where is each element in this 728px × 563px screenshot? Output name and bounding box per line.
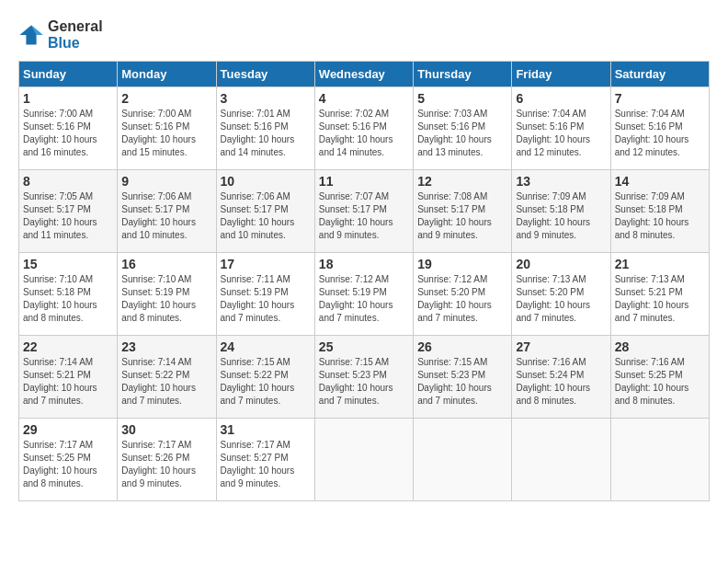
calendar-cell: 7Sunrise: 7:04 AM Sunset: 5:16 PM Daylig… xyxy=(610,87,709,170)
calendar-cell: 6Sunrise: 7:04 AM Sunset: 5:16 PM Daylig… xyxy=(512,87,610,170)
day-number: 7 xyxy=(615,91,705,106)
day-info: Sunrise: 7:04 AM Sunset: 5:16 PM Dayligh… xyxy=(615,108,705,159)
day-number: 18 xyxy=(319,257,409,271)
day-number: 30 xyxy=(121,422,211,437)
calendar-table: SundayMondayTuesdayWednesdayThursdayFrid… xyxy=(18,61,710,501)
day-info: Sunrise: 7:00 AM Sunset: 5:16 PM Dayligh… xyxy=(23,108,113,159)
calendar-week-1: 1Sunrise: 7:00 AM Sunset: 5:16 PM Daylig… xyxy=(19,87,710,170)
calendar-cell: 17Sunrise: 7:11 AM Sunset: 5:19 PM Dayli… xyxy=(216,253,314,336)
day-number: 16 xyxy=(121,257,211,271)
calendar-cell: 10Sunrise: 7:06 AM Sunset: 5:17 PM Dayli… xyxy=(216,170,314,253)
day-number: 29 xyxy=(23,422,113,437)
day-number: 6 xyxy=(516,91,606,106)
calendar-cell: 16Sunrise: 7:10 AM Sunset: 5:19 PM Dayli… xyxy=(118,253,216,336)
logo-text: General Blue xyxy=(48,18,103,52)
calendar-cell: 5Sunrise: 7:03 AM Sunset: 5:16 PM Daylig… xyxy=(414,87,512,170)
header-sunday: Sunday xyxy=(19,62,118,87)
day-info: Sunrise: 7:16 AM Sunset: 5:24 PM Dayligh… xyxy=(516,356,606,408)
calendar-cell: 4Sunrise: 7:02 AM Sunset: 5:16 PM Daylig… xyxy=(314,87,413,170)
day-number: 31 xyxy=(221,422,311,437)
day-number: 17 xyxy=(221,257,311,271)
day-info: Sunrise: 7:11 AM Sunset: 5:19 PM Dayligh… xyxy=(221,273,311,325)
day-info: Sunrise: 7:17 AM Sunset: 5:27 PM Dayligh… xyxy=(221,439,311,490)
day-info: Sunrise: 7:14 AM Sunset: 5:22 PM Dayligh… xyxy=(121,356,211,408)
day-info: Sunrise: 7:07 AM Sunset: 5:17 PM Dayligh… xyxy=(319,190,409,242)
day-info: Sunrise: 7:17 AM Sunset: 5:25 PM Dayligh… xyxy=(23,439,113,490)
day-info: Sunrise: 7:10 AM Sunset: 5:18 PM Dayligh… xyxy=(23,273,113,325)
calendar-cell: 29Sunrise: 7:17 AM Sunset: 5:25 PM Dayli… xyxy=(19,419,118,501)
day-info: Sunrise: 7:12 AM Sunset: 5:20 PM Dayligh… xyxy=(417,273,507,325)
calendar-cell: 19Sunrise: 7:12 AM Sunset: 5:20 PM Dayli… xyxy=(414,253,512,336)
day-info: Sunrise: 7:13 AM Sunset: 5:20 PM Dayligh… xyxy=(516,273,606,325)
day-info: Sunrise: 7:06 AM Sunset: 5:17 PM Dayligh… xyxy=(221,190,311,242)
calendar-cell: 14Sunrise: 7:09 AM Sunset: 5:18 PM Dayli… xyxy=(610,170,709,253)
day-info: Sunrise: 7:05 AM Sunset: 5:17 PM Dayligh… xyxy=(23,190,113,242)
day-number: 11 xyxy=(319,174,409,189)
calendar-header-row: SundayMondayTuesdayWednesdayThursdayFrid… xyxy=(19,62,710,87)
day-number: 10 xyxy=(221,174,311,189)
day-number: 3 xyxy=(221,91,311,106)
day-info: Sunrise: 7:15 AM Sunset: 5:23 PM Dayligh… xyxy=(319,356,409,408)
day-info: Sunrise: 7:13 AM Sunset: 5:21 PM Dayligh… xyxy=(615,273,705,325)
logo: General Blue xyxy=(18,18,103,52)
day-number: 24 xyxy=(221,339,311,354)
day-info: Sunrise: 7:09 AM Sunset: 5:18 PM Dayligh… xyxy=(516,190,606,242)
day-number: 23 xyxy=(121,339,211,354)
calendar-cell: 23Sunrise: 7:14 AM Sunset: 5:22 PM Dayli… xyxy=(118,336,216,419)
calendar-cell: 13Sunrise: 7:09 AM Sunset: 5:18 PM Dayli… xyxy=(512,170,610,253)
calendar-cell: 3Sunrise: 7:01 AM Sunset: 5:16 PM Daylig… xyxy=(216,87,314,170)
calendar-cell: 12Sunrise: 7:08 AM Sunset: 5:17 PM Dayli… xyxy=(414,170,512,253)
calendar-cell xyxy=(512,419,610,501)
day-info: Sunrise: 7:15 AM Sunset: 5:22 PM Dayligh… xyxy=(221,356,311,408)
day-number: 13 xyxy=(516,174,606,189)
logo-bird-icon xyxy=(18,22,44,48)
calendar-cell: 11Sunrise: 7:07 AM Sunset: 5:17 PM Dayli… xyxy=(314,170,413,253)
day-number: 21 xyxy=(615,257,705,271)
header-wednesday: Wednesday xyxy=(314,62,413,87)
calendar-week-2: 8Sunrise: 7:05 AM Sunset: 5:17 PM Daylig… xyxy=(19,170,710,253)
header-thursday: Thursday xyxy=(414,62,512,87)
calendar-week-4: 22Sunrise: 7:14 AM Sunset: 5:21 PM Dayli… xyxy=(19,336,710,419)
day-info: Sunrise: 7:14 AM Sunset: 5:21 PM Dayligh… xyxy=(23,356,113,408)
day-info: Sunrise: 7:08 AM Sunset: 5:17 PM Dayligh… xyxy=(417,190,507,242)
day-info: Sunrise: 7:10 AM Sunset: 5:19 PM Dayligh… xyxy=(121,273,211,325)
calendar-cell: 28Sunrise: 7:16 AM Sunset: 5:25 PM Dayli… xyxy=(610,336,709,419)
day-number: 19 xyxy=(417,257,507,271)
day-number: 12 xyxy=(417,174,507,189)
day-info: Sunrise: 7:00 AM Sunset: 5:16 PM Dayligh… xyxy=(121,108,211,159)
calendar-cell: 22Sunrise: 7:14 AM Sunset: 5:21 PM Dayli… xyxy=(19,336,118,419)
day-number: 4 xyxy=(319,91,409,106)
day-number: 26 xyxy=(417,339,507,354)
header-logo: General Blue xyxy=(18,18,710,52)
calendar-cell xyxy=(314,419,413,501)
calendar-week-3: 15Sunrise: 7:10 AM Sunset: 5:18 PM Dayli… xyxy=(19,253,710,336)
day-number: 25 xyxy=(319,339,409,354)
calendar-cell: 24Sunrise: 7:15 AM Sunset: 5:22 PM Dayli… xyxy=(216,336,314,419)
day-number: 2 xyxy=(121,91,211,106)
calendar-cell: 30Sunrise: 7:17 AM Sunset: 5:26 PM Dayli… xyxy=(118,419,216,501)
header-saturday: Saturday xyxy=(610,62,709,87)
calendar-cell xyxy=(414,419,512,501)
calendar-cell: 9Sunrise: 7:06 AM Sunset: 5:17 PM Daylig… xyxy=(118,170,216,253)
day-info: Sunrise: 7:16 AM Sunset: 5:25 PM Dayligh… xyxy=(615,356,705,408)
day-number: 5 xyxy=(417,91,507,106)
day-number: 8 xyxy=(23,174,113,189)
calendar-cell: 1Sunrise: 7:00 AM Sunset: 5:16 PM Daylig… xyxy=(19,87,118,170)
calendar-cell: 18Sunrise: 7:12 AM Sunset: 5:19 PM Dayli… xyxy=(314,253,413,336)
day-number: 27 xyxy=(516,339,606,354)
calendar-cell: 25Sunrise: 7:15 AM Sunset: 5:23 PM Dayli… xyxy=(314,336,413,419)
day-info: Sunrise: 7:15 AM Sunset: 5:23 PM Dayligh… xyxy=(417,356,507,408)
calendar-cell: 8Sunrise: 7:05 AM Sunset: 5:17 PM Daylig… xyxy=(19,170,118,253)
day-number: 1 xyxy=(23,91,113,106)
day-info: Sunrise: 7:17 AM Sunset: 5:26 PM Dayligh… xyxy=(121,439,211,490)
header-friday: Friday xyxy=(512,62,610,87)
day-number: 22 xyxy=(23,339,113,354)
header-monday: Monday xyxy=(118,62,216,87)
calendar-cell: 27Sunrise: 7:16 AM Sunset: 5:24 PM Dayli… xyxy=(512,336,610,419)
day-number: 28 xyxy=(615,339,705,354)
day-info: Sunrise: 7:03 AM Sunset: 5:16 PM Dayligh… xyxy=(417,108,507,159)
day-number: 15 xyxy=(23,257,113,271)
calendar-cell: 31Sunrise: 7:17 AM Sunset: 5:27 PM Dayli… xyxy=(216,419,314,501)
calendar-cell xyxy=(610,419,709,501)
day-info: Sunrise: 7:02 AM Sunset: 5:16 PM Dayligh… xyxy=(319,108,409,159)
